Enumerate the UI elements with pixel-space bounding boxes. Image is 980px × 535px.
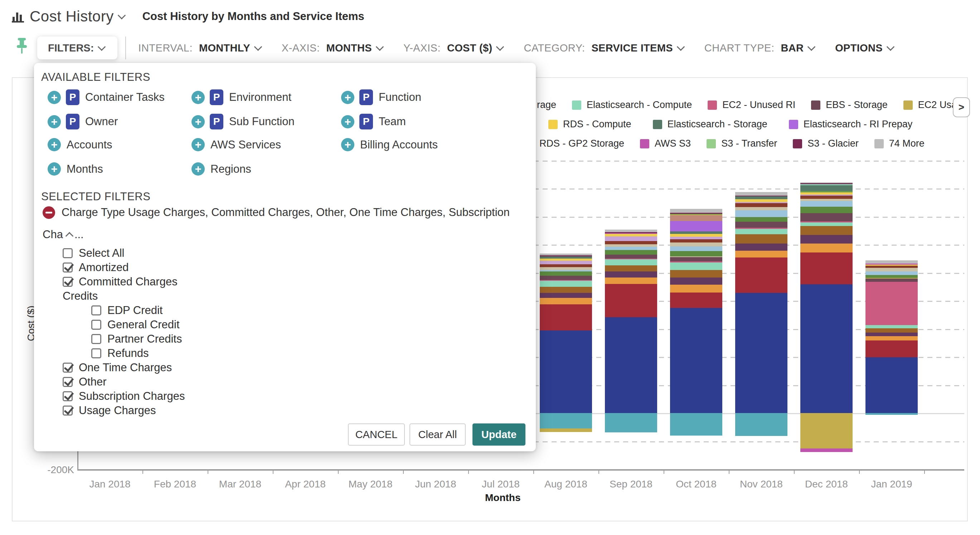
- bar-segment-tan[interactable]: [605, 244, 657, 247]
- interval-control[interactable]: INTERVAL: MONTHLY: [138, 42, 263, 54]
- legend-next-button[interactable]: >: [953, 97, 970, 117]
- bar-segment-mint[interactable]: [540, 281, 592, 287]
- bar-segment-graycap[interactable]: [540, 254, 592, 256]
- add-filter-icon[interactable]: +: [48, 91, 61, 104]
- category-control[interactable]: CATEGORY: SERVICE ITEMS: [523, 42, 686, 54]
- bar-segment-yellow[interactable]: [605, 234, 657, 237]
- bar-segment-brown[interactable]: [735, 234, 788, 243]
- bar-segment-rust[interactable]: [605, 241, 657, 244]
- bar-segment-lblue[interactable]: [735, 210, 788, 217]
- bar-segment-navy[interactable]: [540, 330, 592, 413]
- bar-segment-negative-teal[interactable]: [605, 413, 657, 432]
- pin-icon[interactable]: [16, 38, 28, 58]
- bar-segment-green[interactable]: [605, 250, 657, 255]
- legend-item[interactable]: Elasticsearch - RI Prepay: [789, 119, 913, 130]
- checkbox-icon[interactable]: [63, 363, 73, 373]
- bar-segment-maroon[interactable]: [605, 232, 657, 233]
- bar-segment-mint[interactable]: [670, 262, 722, 270]
- bar-segment-green[interactable]: [670, 251, 722, 256]
- bar-segment-mint[interactable]: [605, 259, 657, 265]
- bar-segment-lblue[interactable]: [865, 271, 918, 275]
- bar-segment-graycap[interactable]: [605, 230, 657, 232]
- bar-segment-maroon[interactable]: [540, 256, 592, 256]
- add-filter-icon[interactable]: +: [48, 162, 61, 176]
- bar-segment-yellow[interactable]: [670, 234, 722, 237]
- bar-segment-negative-olive[interactable]: [800, 413, 853, 448]
- bar-segment-magenta[interactable]: [605, 233, 657, 234]
- bar-segment-graycap[interactable]: [865, 260, 918, 264]
- add-filter-icon[interactable]: +: [48, 138, 61, 151]
- checkbox-icon[interactable]: [91, 334, 101, 344]
- checkbox-row-partner-credits[interactable]: Partner Credits: [91, 332, 182, 346]
- chart-type-control[interactable]: CHART TYPE: BAR: [705, 42, 816, 54]
- bar-segment-plum[interactable]: [540, 293, 592, 298]
- bar-segment-yellow[interactable]: [540, 259, 592, 261]
- bar-segment-navy[interactable]: [735, 293, 788, 413]
- bar-segment-mauve[interactable]: [865, 279, 918, 282]
- bar-segment-lilac[interactable]: [605, 237, 657, 241]
- bar-segment-yellow[interactable]: [800, 192, 853, 195]
- bar-segment-rust[interactable]: [865, 266, 918, 268]
- clear-all-button[interactable]: Clear All: [409, 424, 466, 446]
- bar-segment-mint[interactable]: [735, 229, 788, 234]
- checkbox-row-one-time-charges[interactable]: One Time Charges: [63, 360, 172, 375]
- bar-segment-brown[interactable]: [540, 287, 592, 293]
- add-filter-icon[interactable]: +: [191, 138, 205, 151]
- bar-segment-lilac[interactable]: [735, 202, 788, 203]
- bar-segment-maroon[interactable]: [800, 183, 853, 184]
- bar-segment-brown[interactable]: [670, 270, 722, 278]
- add-filter-icon[interactable]: +: [48, 115, 61, 129]
- bar-segment-tan[interactable]: [865, 268, 918, 271]
- bar-segment-maroon[interactable]: [735, 195, 788, 196]
- available-filter-team[interactable]: +PTeam: [341, 114, 406, 129]
- legend-item[interactable]: EC2 - Unused RI: [708, 99, 795, 111]
- bar-segment-lblue[interactable]: [670, 246, 722, 251]
- legend-item[interactable]: AWS S3: [640, 138, 691, 149]
- checkbox-row-subscription-charges[interactable]: Subscription Charges: [63, 389, 185, 403]
- bar-segment-yellow[interactable]: [735, 199, 788, 202]
- bar-segment-red[interactable]: [800, 252, 853, 284]
- cancel-button[interactable]: CANCEL: [348, 424, 405, 446]
- bar-segment-orange[interactable]: [735, 251, 788, 257]
- legend-item[interactable]: Elasticsearch - Storage: [653, 119, 767, 130]
- bar-segment-negative-magenta[interactable]: [800, 448, 853, 452]
- available-filter-function[interactable]: +PFunction: [341, 89, 421, 105]
- bar-segment-red[interactable]: [540, 304, 592, 330]
- available-filter-environment[interactable]: +PEnvironment: [191, 89, 291, 105]
- chevron-down-icon[interactable]: [118, 11, 126, 20]
- bar-segment-navy[interactable]: [800, 284, 853, 413]
- bar-segment-red[interactable]: [605, 284, 657, 317]
- bar-segment-lblue[interactable]: [540, 270, 592, 271]
- x-axis-control[interactable]: X-AXIS: MONTHS: [282, 42, 385, 54]
- add-filter-icon[interactable]: +: [341, 138, 354, 151]
- bar-segment-maroon[interactable]: [670, 213, 722, 214]
- available-filter-owner[interactable]: +POwner: [48, 114, 118, 129]
- bar-segment-plum[interactable]: [670, 278, 722, 285]
- bar-segment-graycap[interactable]: [670, 209, 722, 213]
- bar-segment-pink[interactable]: [735, 228, 788, 229]
- bar-segment-lblue[interactable]: [605, 247, 657, 250]
- checkbox-icon[interactable]: [91, 320, 101, 330]
- bar-segment-rust[interactable]: [735, 203, 788, 207]
- bar-segment-plum[interactable]: [605, 271, 657, 278]
- checkbox-row-edp-credit[interactable]: EDP Credit: [91, 303, 163, 318]
- bar-segment-mauve[interactable]: [605, 255, 657, 259]
- bar-segment-pink[interactable]: [865, 282, 918, 325]
- bar-segment-pink[interactable]: [670, 262, 722, 262]
- bar-segment-orange[interactable]: [865, 336, 918, 340]
- add-filter-icon[interactable]: +: [191, 115, 205, 129]
- add-filter-icon[interactable]: +: [341, 115, 354, 129]
- checkbox-icon[interactable]: [63, 406, 73, 416]
- bar-segment-red[interactable]: [670, 292, 722, 308]
- y-axis-control[interactable]: Y-AXIS: COST ($): [403, 42, 505, 54]
- bar-segment-negative-teal[interactable]: [865, 413, 918, 415]
- bar-segment-green2[interactable]: [670, 214, 722, 214]
- available-filter-accounts[interactable]: +Accounts: [48, 138, 112, 151]
- checkbox-icon[interactable]: [63, 248, 73, 258]
- bar-segment-purple[interactable]: [670, 221, 722, 232]
- bar-segment-navy[interactable]: [605, 317, 657, 413]
- bar-segment-pink[interactable]: [800, 221, 853, 222]
- bar-segment-tan[interactable]: [800, 199, 853, 201]
- legend-item[interactable]: S3 - Glacier: [793, 138, 859, 149]
- checkbox-row-select-all[interactable]: Select All: [63, 246, 124, 260]
